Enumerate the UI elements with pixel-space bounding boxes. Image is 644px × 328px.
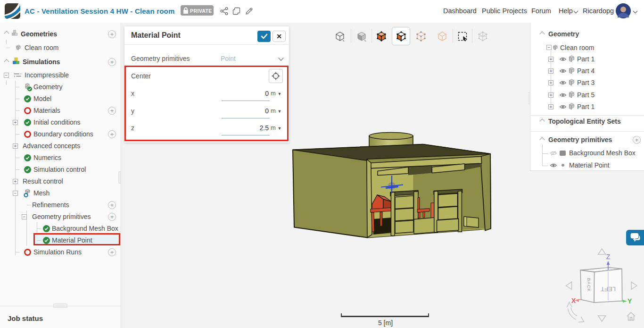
svg-text:X: X — [571, 297, 576, 304]
svg-text:Y: Y — [627, 297, 632, 305]
svg-text:Z: Z — [606, 253, 611, 261]
svg-text:BACK: BACK — [586, 278, 592, 292]
